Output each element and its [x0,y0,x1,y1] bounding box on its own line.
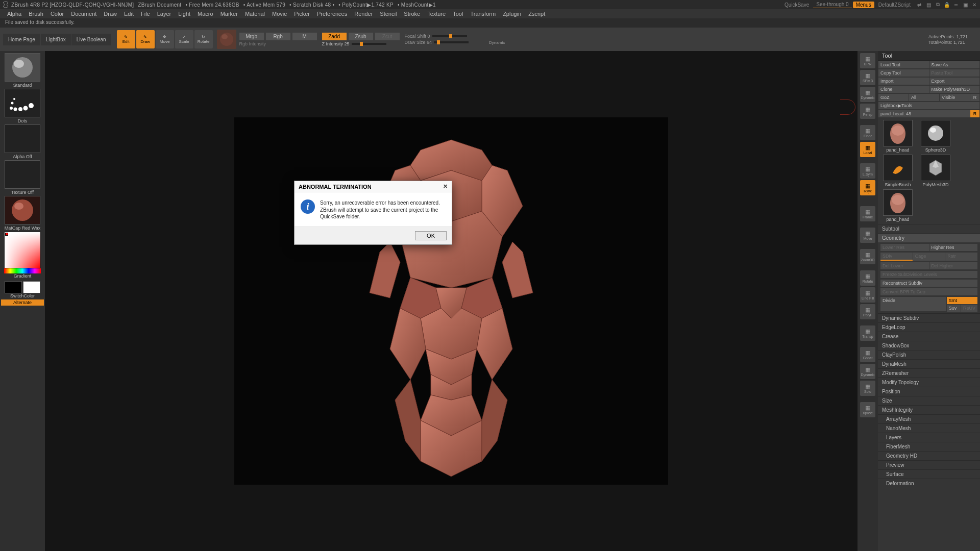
dialog-close-icon[interactable]: ✕ [443,183,448,190]
strip-local[interactable]: ▦Local [860,142,875,157]
suv-button[interactable]: Suv [947,305,961,312]
switchcolor-label[interactable]: SwitchColor [1,293,44,298]
menu-preferences[interactable]: Preferences [317,11,347,17]
menu-texture[interactable]: Texture [427,11,446,17]
section-size[interactable]: Size [878,396,980,405]
section-dynamesh[interactable]: DynaMesh [878,359,980,368]
m-button[interactable]: M [292,33,317,40]
menu-zscript[interactable]: Zscript [528,11,545,17]
lightbox-tools-button[interactable]: Lightbox▶Tools [878,102,979,109]
quicksave-button[interactable]: QuickSave [781,2,812,8]
section-position[interactable]: Position [878,387,980,396]
maximize-icon[interactable]: ▣ [962,1,969,8]
rotate-button[interactable]: ↻Rotate [194,30,213,48]
rgb-button[interactable]: Rgb [266,33,290,40]
section-surface[interactable]: Surface [878,469,980,479]
color-picker[interactable] [4,232,41,268]
zadd-button[interactable]: Zadd [322,33,347,40]
viewport[interactable] [234,117,668,485]
draw-size-label[interactable]: Draw Size 64 [405,40,432,45]
arrows-icon[interactable]: ⇄ [916,1,923,8]
menu-color[interactable]: Color [51,11,64,17]
section-deformation[interactable]: Deformation [878,479,980,488]
paste-tool-button[interactable]: Paste Tool [929,69,980,77]
strip-spix3[interactable]: ▦SPix 3 [860,70,875,85]
section-crease[interactable]: Crease [878,332,980,341]
menu-picker[interactable]: Picker [294,11,310,17]
hue-bar[interactable] [4,268,41,273]
section-nanomesh[interactable]: NanoMesh [878,423,980,433]
smt-button[interactable]: Smt [947,297,977,304]
strip-dynamic[interactable]: ▦Dynamic [860,364,875,379]
save-as-button[interactable]: Save As [929,61,980,68]
menu-zplugin[interactable]: Zplugin [503,11,521,17]
menu-stroke[interactable]: Stroke [404,11,420,17]
goz-button[interactable]: GoZ [878,94,909,101]
strip-transp[interactable]: ▦Transp [860,325,875,341]
zsub-button[interactable]: Zsub [349,33,373,40]
copy-tool-button[interactable]: Copy Tool [878,69,929,77]
strip-dynamic[interactable]: ▦Dynamic [860,87,875,102]
section-fibermesh[interactable]: FiberMesh [878,442,980,451]
float-icon[interactable]: ⧉ [934,1,941,8]
tool-item-simplebrush[interactable]: SimpleBrush [880,155,916,187]
lock-icon[interactable]: 🔒 [943,1,950,8]
convert-bpr-button[interactable]: Convert BPR To Geo [880,288,977,295]
alpha-thumb[interactable] [5,124,40,153]
section-edgeloop[interactable]: EdgeLoop [878,322,980,332]
r2-button[interactable]: R [970,110,979,117]
del-lower-button[interactable]: Del Lower [880,262,929,269]
brush-thumb[interactable] [5,53,40,82]
r-button[interactable]: R [970,94,979,101]
freeze-subdiv-button[interactable]: Freeze SubDivision Levels [880,271,977,278]
stroke-thumb[interactable] [5,89,40,117]
strip-rxyx[interactable]: ▦Rxyx [860,180,875,195]
focal-shift-label[interactable]: Focal Shift 0 [405,34,430,39]
rstr-button[interactable]: Rstr [945,253,977,261]
all-button[interactable]: All [909,94,939,101]
ok-button[interactable]: OK [415,231,447,240]
export-button[interactable]: Export [929,78,980,85]
strip-ghost[interactable]: ▦Ghost [860,347,875,362]
section-geometry-hd[interactable]: Geometry HD [878,451,980,460]
import-button[interactable]: Import [878,78,929,85]
gradient-label[interactable]: Gradient [1,273,44,279]
tool-item-sphere3d[interactable]: Sphere3D [918,120,953,153]
mrgb-button[interactable]: Mrgb [239,33,264,40]
menu-file[interactable]: File [141,11,150,17]
menu-stencil[interactable]: Stencil [380,11,397,17]
menu-render[interactable]: Render [354,11,373,17]
menu-transform[interactable]: Transform [470,11,496,17]
dynamic-label[interactable]: Dynamic [489,40,505,45]
strip-linefill[interactable]: ▦Line Fill [860,287,875,303]
subtool-section[interactable]: Subtool [878,224,980,233]
section-shadowbox[interactable]: ShadowBox [878,341,980,350]
tool-item-polymesh3d[interactable]: PolyMesh3D [918,155,953,187]
move-button[interactable]: ✥Move [156,30,174,48]
z-intensity-label[interactable]: Z Intensity 25 [322,41,350,46]
minimize-icon[interactable]: ━ [952,1,960,8]
section-zremesher[interactable]: ZRemesher [878,368,980,378]
tab-lightbox[interactable]: LightBox [41,34,71,45]
menu-light[interactable]: Light [178,11,190,17]
draw-button[interactable]: ✎Draw [136,30,155,48]
scale-button[interactable]: ⤢Scale [175,30,193,48]
strip-floor[interactable]: ▦Floor [860,125,875,140]
section-preview[interactable]: Preview [878,460,980,469]
section-arraymesh[interactable]: ArrayMesh [878,414,980,423]
strip-polyf[interactable]: ▦PolyF [860,304,875,319]
tool-item-pand_head[interactable]: pand_head [880,120,916,153]
menu-document[interactable]: Document [71,11,96,17]
section-layers[interactable]: Layers [878,433,980,442]
make-polymesh-button[interactable]: Make PolyMesh3D [929,86,980,93]
black-swatch[interactable] [5,281,22,293]
seethrough-slider[interactable]: See-through 0 [813,1,851,8]
reuv-button[interactable]: ReUV [961,305,977,312]
material-ball-icon[interactable] [217,30,236,49]
strip-rotate[interactable]: ▦Rotate [860,270,875,286]
strip-xpose[interactable]: ▦Xpose [860,402,875,417]
cage-button[interactable]: Cage [913,253,945,261]
tool-item-pand_head[interactable]: pand_head [880,189,916,222]
section-modify-topology[interactable]: Modify Topology [878,378,980,387]
tool-slider[interactable]: pand_head. 48 [878,110,970,117]
